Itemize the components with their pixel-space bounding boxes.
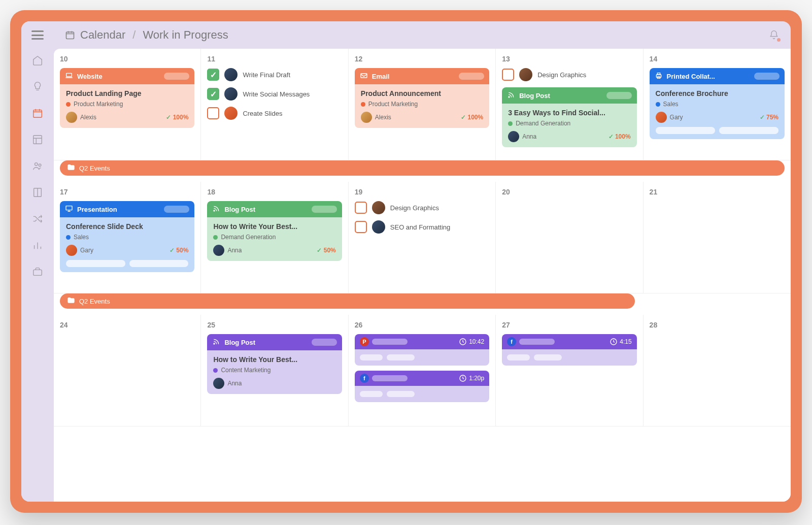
- calendar-cell[interactable]: 20: [496, 182, 643, 293]
- social-card[interactable]: f 4:15: [502, 334, 636, 366]
- social-time: 1:20p: [459, 374, 484, 382]
- pin-icon: P: [360, 337, 369, 346]
- day-number: 10: [60, 55, 194, 63]
- social-card[interactable]: f 1:20p: [355, 371, 489, 402]
- nav-team-icon[interactable]: [32, 160, 43, 172]
- checkbox[interactable]: [355, 202, 367, 214]
- nav-calendar-icon[interactable]: [32, 108, 43, 119]
- content-card[interactable]: Email Product Announcement Product Marke…: [355, 68, 489, 128]
- avatar: [508, 131, 519, 142]
- calendar-cell[interactable]: 25 Blog Post How to Write Your Best... C…: [201, 315, 348, 426]
- breadcrumb-root[interactable]: Calendar: [80, 28, 125, 42]
- content-card[interactable]: Blog Post 3 Easy Ways to Find Social... …: [502, 87, 636, 147]
- card-pill: [312, 339, 337, 346]
- calendar-cell[interactable]: 14 Printed Collat... Conference Brochure…: [644, 49, 791, 160]
- person-name: Gary: [670, 114, 683, 121]
- svg-point-9: [509, 96, 510, 97]
- avatar: [372, 220, 385, 234]
- calendar-icon: [65, 30, 75, 40]
- task-row[interactable]: Design Graphics: [355, 201, 489, 214]
- task-row[interactable]: Create Slides: [207, 107, 342, 120]
- nav-home-icon[interactable]: [32, 55, 43, 66]
- card-title: How to Write Your Best...: [213, 222, 335, 231]
- calendar-cell[interactable]: 24: [54, 315, 201, 426]
- task-label: Create Slides: [243, 110, 282, 117]
- app-window: Calendar / Work in Progress 10 Website P…: [21, 21, 791, 502]
- card-tag: Content Marketing: [213, 367, 335, 374]
- task-label: Write Final Draft: [243, 71, 290, 79]
- calendar-cell[interactable]: 19 Design Graphics SEO and Formatting: [349, 182, 496, 293]
- card-category: Blog Post: [224, 339, 255, 346]
- menu-toggle[interactable]: [31, 30, 44, 40]
- calendar-week: 17 Presentation Conference Slide Deck Sa…: [54, 182, 791, 293]
- content-card[interactable]: Blog Post How to Write Your Best... Cont…: [207, 334, 342, 394]
- card-header: Presentation: [60, 201, 194, 217]
- day-number: 21: [650, 188, 785, 196]
- sidebar: [21, 21, 54, 502]
- task-label: Write Social Messages: [243, 90, 310, 98]
- day-number: 13: [502, 55, 636, 63]
- calendar-cell[interactable]: 13 Design Graphics Blog Post 3 Easy Ways…: [496, 49, 643, 160]
- checkbox[interactable]: [355, 221, 367, 233]
- banner-label: Q2 Events: [79, 298, 110, 305]
- social-time: 10:42: [459, 338, 484, 346]
- person-name: Anna: [522, 133, 536, 140]
- nav-analytics-icon[interactable]: [32, 240, 43, 251]
- nav-shuffle-icon[interactable]: [32, 213, 43, 224]
- nav-briefcase-icon[interactable]: [32, 266, 43, 277]
- content-card[interactable]: Printed Collat... Conference Brochure Sa…: [650, 68, 785, 139]
- card-header: Blog Post: [502, 87, 636, 104]
- card-pill: [606, 92, 632, 99]
- day-number: 18: [207, 188, 342, 196]
- card-category: Presentation: [77, 206, 117, 213]
- calendar-cell[interactable]: 18 Blog Post How to Write Your Best... D…: [201, 182, 348, 293]
- main-panel: Calendar / Work in Progress 10 Website P…: [54, 21, 791, 502]
- notifications-button[interactable]: [768, 29, 780, 41]
- calendar-cell[interactable]: 11 ✓ Write Final Draft ✓ Write Social Me…: [201, 49, 348, 160]
- calendar-cell[interactable]: 12 Email Product Announcement Product Ma…: [349, 49, 496, 160]
- svg-rect-7: [66, 73, 72, 77]
- calendar-cell[interactable]: 28: [644, 315, 791, 426]
- checkbox[interactable]: ✓: [207, 88, 219, 100]
- avatar: [213, 245, 224, 256]
- content-card[interactable]: Presentation Conference Slide Deck Sales…: [60, 201, 194, 272]
- avatar: [372, 201, 385, 214]
- header: Calendar / Work in Progress: [54, 21, 791, 49]
- event-banner[interactable]: Q2 Events: [60, 293, 635, 309]
- card-title: Conference Brochure: [656, 89, 779, 97]
- checkbox[interactable]: [502, 69, 514, 81]
- rss-icon: [212, 205, 220, 214]
- checkbox[interactable]: [207, 107, 219, 119]
- task-row[interactable]: Design Graphics: [502, 68, 636, 81]
- task-row[interactable]: SEO and Formatting: [355, 220, 489, 234]
- social-card[interactable]: P 10:42: [355, 334, 489, 366]
- nav-ideas-icon[interactable]: [32, 81, 43, 92]
- event-banner[interactable]: Q2 Events: [60, 160, 785, 176]
- breadcrumb-page[interactable]: Work in Progress: [143, 28, 228, 42]
- nav-docs-icon[interactable]: [32, 187, 43, 198]
- nav-layout-icon[interactable]: [32, 134, 43, 145]
- calendar-cell[interactable]: 21: [644, 182, 791, 293]
- card-header: Blog Post: [207, 334, 342, 350]
- card-category: Website: [77, 73, 103, 80]
- content-card[interactable]: Website Product Landing Page Product Mar…: [60, 68, 194, 128]
- svg-rect-13: [66, 206, 72, 210]
- calendar-cell[interactable]: 17 Presentation Conference Slide Deck Sa…: [54, 182, 201, 293]
- content-card[interactable]: Blog Post How to Write Your Best... Dema…: [207, 201, 342, 261]
- svg-rect-5: [33, 270, 42, 275]
- calendar-cell[interactable]: 10 Website Product Landing Page Product …: [54, 49, 201, 160]
- calendar-cell[interactable]: 27 f 4:15: [496, 315, 643, 426]
- checkbox[interactable]: ✓: [207, 69, 219, 81]
- avatar: [656, 112, 667, 123]
- avatar: [361, 112, 372, 123]
- card-pill: [754, 73, 780, 80]
- day-number: 12: [355, 55, 489, 63]
- person-name: Anna: [227, 380, 242, 387]
- task-row[interactable]: ✓ Write Final Draft: [207, 68, 342, 81]
- card-pill: [164, 73, 189, 80]
- progress-label: 100%: [166, 114, 188, 121]
- calendar-cell[interactable]: 26 P 10:42 f 1:20p: [349, 315, 496, 426]
- avatar: [224, 87, 238, 101]
- task-row[interactable]: ✓ Write Social Messages: [207, 87, 342, 101]
- fb-icon: f: [360, 374, 369, 383]
